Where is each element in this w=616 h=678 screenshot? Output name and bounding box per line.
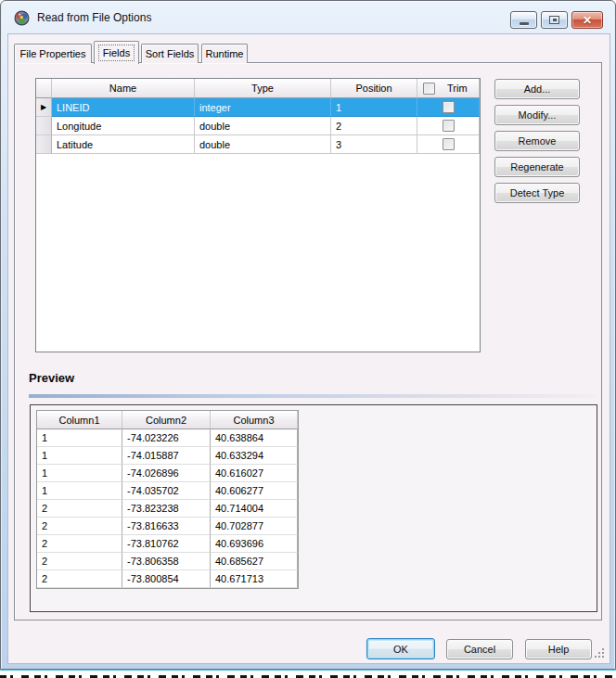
minimize-button[interactable] <box>510 11 537 29</box>
fields-cell-type[interactable]: double <box>195 117 331 135</box>
preview-cell: 2 <box>37 518 122 535</box>
preview-cell: 40.616027 <box>211 465 298 482</box>
fields-cell-trim[interactable] <box>417 117 480 135</box>
fields-cell-name[interactable]: LINEID <box>52 98 195 117</box>
preview-cell: 2 <box>37 535 122 553</box>
preview-cell: 40.606277 <box>211 482 298 500</box>
fields-grid-row[interactable]: Latitudedouble3 <box>36 135 480 154</box>
column-header-trim[interactable]: Trim <box>417 79 480 98</box>
preview-row: 1-74.02689640.616027 <box>37 465 298 482</box>
preview-divider <box>29 394 596 398</box>
column-header-type[interactable]: Type <box>195 79 331 98</box>
window-controls: ✕ <box>510 11 603 29</box>
preview-cell: -74.026896 <box>122 465 211 482</box>
preview-cell: 40.671713 <box>211 570 298 588</box>
fields-cell-type[interactable]: double <box>195 135 331 154</box>
preview-cell: 1 <box>37 447 122 465</box>
preview-cell: 40.702877 <box>211 518 298 535</box>
fields-cell-position[interactable]: 1 <box>331 98 417 117</box>
preview-row: 2-73.82323840.714004 <box>37 500 298 518</box>
tab-fields[interactable]: Fields <box>94 41 139 64</box>
column-header-name[interactable]: Name <box>52 79 195 98</box>
preview-cell: -73.810762 <box>122 535 211 553</box>
preview-cell: -73.816633 <box>122 518 211 535</box>
preview-grid-header: Column1 Column2 Column3 <box>37 411 298 429</box>
app-icon <box>14 10 30 26</box>
help-button[interactable]: Help <box>525 639 592 659</box>
preview-cell: -73.823238 <box>122 500 211 518</box>
row-selector-cell[interactable]: ▶ <box>36 98 52 117</box>
row-selector-cell[interactable] <box>36 135 52 154</box>
close-icon: ✕ <box>583 15 592 26</box>
preview-cell: -74.035702 <box>122 482 211 500</box>
tab-label: File Properties <box>20 48 86 59</box>
current-row-arrow-icon: ▶ <box>41 104 46 111</box>
fields-grid-row[interactable]: Longitudedouble2 <box>36 117 480 135</box>
preview-grid: Column1 Column2 Column3 1-74.02322640.63… <box>36 410 299 589</box>
dialog-client-area: File Properties Fields Sort Fields Runti… <box>8 34 610 663</box>
preview-row: 2-73.80635840.685627 <box>37 553 298 570</box>
preview-row: 2-73.81663340.702877 <box>37 518 298 535</box>
row-selector-cell[interactable] <box>36 117 52 135</box>
tab-file-properties[interactable]: File Properties <box>14 44 92 63</box>
modify-button[interactable]: Modify... <box>494 105 580 125</box>
resize-grip[interactable] <box>602 656 604 658</box>
preview-column-header: Column1 <box>37 411 122 429</box>
fields-grid[interactable]: Name Type Position Trim ▶LINEIDinteger1L… <box>35 78 481 352</box>
tab-runtime[interactable]: Runtime <box>201 44 248 63</box>
trim-checkbox[interactable] <box>443 138 455 150</box>
trim-checkbox[interactable] <box>443 120 455 132</box>
trim-header-checkbox[interactable] <box>423 83 435 95</box>
preview-cell: -73.806358 <box>122 553 211 570</box>
column-header-trim-label: Trim <box>447 83 468 94</box>
preview-cell: 40.685627 <box>211 553 298 570</box>
preview-cell: 1 <box>37 465 122 482</box>
maximize-icon <box>549 16 559 24</box>
fields-grid-row[interactable]: ▶LINEIDinteger1 <box>36 98 480 117</box>
preview-cell: 40.693696 <box>211 535 298 553</box>
preview-cell: 2 <box>37 500 122 518</box>
column-header-position[interactable]: Position <box>331 79 417 98</box>
preview-row: 2-73.80085440.671713 <box>37 570 298 588</box>
preview-cell: 2 <box>37 553 122 570</box>
add-button[interactable]: Add... <box>494 79 580 99</box>
preview-column-header: Column3 <box>211 411 298 429</box>
screen: Read from File Options ✕ File Properties… <box>0 0 616 678</box>
detect-type-button[interactable]: Detect Type <box>494 183 580 203</box>
preview-cell: 2 <box>37 570 122 588</box>
tab-sort-fields[interactable]: Sort Fields <box>141 44 199 63</box>
preview-cell: 40.638864 <box>211 429 298 447</box>
preview-section-label: Preview <box>29 371 74 385</box>
fields-cell-trim[interactable] <box>417 135 480 154</box>
row-selector-header-cell <box>36 79 52 98</box>
fields-cell-trim[interactable] <box>417 98 480 117</box>
title-bar[interactable]: Read from File Options ✕ <box>1 1 615 34</box>
preview-cell: 1 <box>37 482 122 500</box>
fields-cell-type[interactable]: integer <box>195 98 331 117</box>
regenerate-button[interactable]: Regenerate <box>494 157 580 177</box>
cancel-button[interactable]: Cancel <box>446 639 513 659</box>
preview-cell: -73.800854 <box>122 570 211 588</box>
tab-label: Runtime <box>206 48 244 59</box>
tab-label: Sort Fields <box>146 48 195 59</box>
preview-grid-body: 1-74.02322640.6388641-74.01588740.633294… <box>37 429 298 588</box>
fields-grid-header: Name Type Position Trim <box>36 79 480 98</box>
preview-cell: 40.714004 <box>211 500 298 518</box>
fields-cell-position[interactable]: 2 <box>331 117 417 135</box>
close-button[interactable]: ✕ <box>571 11 603 29</box>
preview-cell: 40.633294 <box>211 447 298 465</box>
fields-cell-position[interactable]: 3 <box>331 135 417 154</box>
preview-cell: -74.023226 <box>122 429 211 447</box>
maximize-button[interactable] <box>541 11 568 29</box>
preview-row: 1-74.02322640.638864 <box>37 429 298 447</box>
ok-button[interactable]: OK <box>366 638 435 659</box>
trim-checkbox[interactable] <box>443 101 455 113</box>
remove-button[interactable]: Remove <box>494 131 580 151</box>
fields-cell-name[interactable]: Latitude <box>52 135 195 154</box>
fields-cell-name[interactable]: Longitude <box>52 117 195 135</box>
preview-panel: Column1 Column2 Column3 1-74.02322640.63… <box>30 404 597 612</box>
preview-row: 1-74.03570240.606277 <box>37 482 298 500</box>
preview-column-header: Column2 <box>122 411 211 429</box>
tab-page-fields: Name Type Position Trim ▶LINEIDinteger1L… <box>14 62 602 620</box>
background-window-strip <box>0 670 616 678</box>
